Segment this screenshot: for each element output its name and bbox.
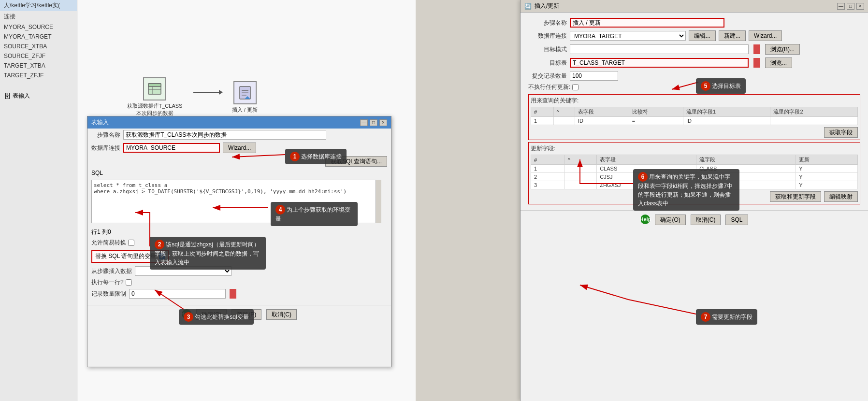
flow-step-1[interactable]: 获取源数据库T_CLASS本次同步的数据 bbox=[126, 77, 184, 117]
insert-table-label: 目标表 bbox=[528, 59, 567, 67]
no-update-label: 不执行任何更新: bbox=[528, 83, 570, 91]
no-update-checkbox[interactable] bbox=[572, 84, 579, 90]
step2-label: 插入 / 更新 bbox=[232, 106, 258, 114]
step1-icon bbox=[143, 77, 166, 100]
annotation-4: 4 为上个步骤获取的环境变量 bbox=[271, 202, 358, 226]
lookup-col-num: # bbox=[531, 107, 554, 117]
update-r3-update: Y bbox=[796, 181, 858, 189]
insert-step-name-label: 步骤名称 bbox=[528, 19, 567, 27]
ann5-text: 选择目标表 bbox=[712, 83, 741, 89]
ann1-text: 选择数据库连接 bbox=[301, 153, 342, 160]
insert-ok-btn[interactable]: 确定(O) bbox=[655, 215, 685, 225]
table-input-icon: 🗄 bbox=[4, 92, 11, 100]
sidebar-item-target-xtba[interactable]: TARGET_XTBA bbox=[0, 61, 77, 71]
lookup-r1-arrow bbox=[553, 117, 575, 125]
insert-step-name-row: 步骤名称 bbox=[524, 16, 864, 29]
annotation-2: 2 该sql是通过zhgxsj（最后更新时间）字段，获取上次同步时间之后的数据，… bbox=[150, 237, 266, 270]
annotation-1: 1 选择数据库连接 bbox=[285, 149, 347, 164]
wizard-btn[interactable]: Wizard... bbox=[223, 143, 256, 153]
edit-mapping-btn[interactable]: 编辑映射 bbox=[824, 191, 858, 202]
insert-cancel-btn[interactable]: 取消(C) bbox=[691, 215, 721, 225]
dialog-maximize-btn[interactable]: □ bbox=[370, 119, 377, 126]
allow-lazy-label: 允许简易转换 bbox=[91, 239, 126, 247]
lookup-col-stream2: 流里的字段2 bbox=[770, 107, 858, 117]
update-col-num: # bbox=[531, 155, 565, 165]
update-r1-num: 1 bbox=[531, 165, 565, 173]
ann2-num: 2 bbox=[155, 240, 164, 249]
allow-lazy-checkbox[interactable] bbox=[128, 240, 134, 246]
insert-step-name-input[interactable] bbox=[570, 18, 724, 28]
insert-db-connect-label: 数据库连接 bbox=[528, 32, 567, 40]
lookup-r1-stream2 bbox=[770, 117, 858, 125]
flow-diagram: 获取源数据库T_CLASS本次同步的数据 插入 / 更新 bbox=[126, 77, 258, 117]
insert-wizard-btn[interactable]: Wizard... bbox=[749, 30, 782, 41]
ann3-num: 3 bbox=[184, 312, 193, 322]
execute-each-checkbox[interactable] bbox=[126, 279, 132, 286]
sidebar-item-myora-target[interactable]: MYORA_TARGET bbox=[0, 32, 77, 42]
edit-btn[interactable]: 编辑... bbox=[689, 30, 716, 41]
sidebar-item-connect[interactable]: 连接 bbox=[0, 11, 77, 22]
insert-schema-input[interactable] bbox=[570, 44, 749, 54]
schema-indicator bbox=[753, 44, 760, 54]
sidebar-item-path[interactable]: 人\kettle学习\kettle实( bbox=[0, 0, 77, 11]
annotation-3: 3 勾选此处替换sql变量 bbox=[179, 309, 254, 325]
commit-size-label: 提交记录数量 bbox=[528, 72, 567, 80]
insert-dialog-close-btn[interactable]: × bbox=[856, 3, 864, 10]
flow-arrow bbox=[193, 92, 222, 93]
insert-help-icon[interactable]: Help bbox=[640, 215, 650, 224]
new-btn[interactable]: 新建... bbox=[719, 30, 746, 41]
insert-dialog-minimize-btn[interactable]: — bbox=[837, 3, 845, 10]
cancel-btn[interactable]: 取消(C) bbox=[266, 309, 297, 320]
row-col-row: 行1 列0 bbox=[87, 227, 391, 238]
insert-table-input[interactable] bbox=[570, 58, 749, 68]
browse-schema-btn[interactable]: 浏览(B)... bbox=[765, 44, 800, 55]
db-connect-input[interactable] bbox=[123, 143, 220, 153]
dialog-minimize-btn[interactable]: — bbox=[360, 119, 368, 126]
sidebar-item-source-zfjf[interactable]: SOURCE_ZFJF bbox=[0, 51, 77, 61]
ann5-num: 5 bbox=[701, 81, 710, 91]
lookup-col-compare: 比较符 bbox=[629, 107, 683, 117]
step-name-label: 步骤名称 bbox=[91, 131, 120, 139]
insert-db-connect-select[interactable]: MYORA_TARGET bbox=[570, 31, 686, 41]
update-section-label: 更新字段: bbox=[531, 144, 858, 153]
lookup-r1-table-field: ID bbox=[575, 117, 629, 125]
update-r1-update: Y bbox=[796, 165, 858, 173]
sql-scrollbar[interactable] bbox=[376, 180, 381, 223]
step1-label: 获取源数据库T_CLASS本次同步的数据 bbox=[126, 102, 184, 117]
flow-step-2[interactable]: 插入 / 更新 bbox=[232, 81, 258, 114]
sidebar-item-target-zfjf[interactable]: TARGET_ZFJF bbox=[0, 71, 77, 80]
update-r2-update: Y bbox=[796, 173, 858, 181]
lookup-r1-num: 1 bbox=[531, 117, 554, 125]
lookup-col-stream1: 流里的字段1 bbox=[683, 107, 770, 117]
table-input-dialog-title: 表输入 — □ × bbox=[87, 116, 391, 129]
insert-schema-row: 目标模式 浏览(B)... bbox=[524, 43, 864, 56]
ann1-num: 1 bbox=[290, 152, 300, 161]
sidebar-item-myora-source[interactable]: MYORA_SOURCE bbox=[0, 22, 77, 32]
row-col-indicator: 行1 列0 bbox=[91, 228, 111, 236]
dialog-close-btn[interactable]: × bbox=[379, 119, 387, 126]
sql-label: SQL bbox=[91, 170, 103, 176]
sidebar-item-source-xtba[interactable]: SOURCE_XTBA bbox=[0, 42, 77, 51]
table-indicator bbox=[753, 58, 760, 68]
insert-sql-btn[interactable]: SQL bbox=[725, 215, 748, 225]
lookup-r1-stream1: ID bbox=[683, 117, 770, 125]
row-limit-input[interactable] bbox=[129, 289, 226, 299]
svg-rect-1 bbox=[148, 84, 161, 86]
step-name-input[interactable] bbox=[123, 130, 326, 140]
lookup-section-label: 用来查询的关键字: bbox=[531, 97, 858, 105]
insert-dialog-bottom-btns: Help 确定(O) 取消(C) SQL bbox=[521, 210, 868, 229]
commit-size-input[interactable] bbox=[570, 71, 618, 81]
step-name-row: 步骤名称 bbox=[87, 129, 391, 141]
get-fields-btn[interactable]: 获取字段 bbox=[824, 127, 858, 138]
update-r3-num: 3 bbox=[531, 181, 565, 189]
db-connect-label: 数据库连接 bbox=[91, 144, 120, 152]
update-col-update: 更新 bbox=[796, 155, 858, 165]
browse-table-btn[interactable]: 浏览... bbox=[765, 57, 792, 68]
lookup-row-1[interactable]: 1 ID = ID bbox=[531, 117, 858, 125]
update-col-stream: 流字段 bbox=[696, 155, 796, 165]
insert-dialog-maximize-btn[interactable]: □ bbox=[847, 3, 854, 10]
from-step-label: 从步骤插入数据 bbox=[91, 267, 132, 275]
ann4-text: 为上个步骤获取的环境变量 bbox=[275, 206, 350, 222]
insert-dialog-title: 🔄 插入/更新 — □ × bbox=[521, 0, 868, 13]
get-update-fields-btn[interactable]: 获取和更新字段 bbox=[770, 191, 821, 202]
